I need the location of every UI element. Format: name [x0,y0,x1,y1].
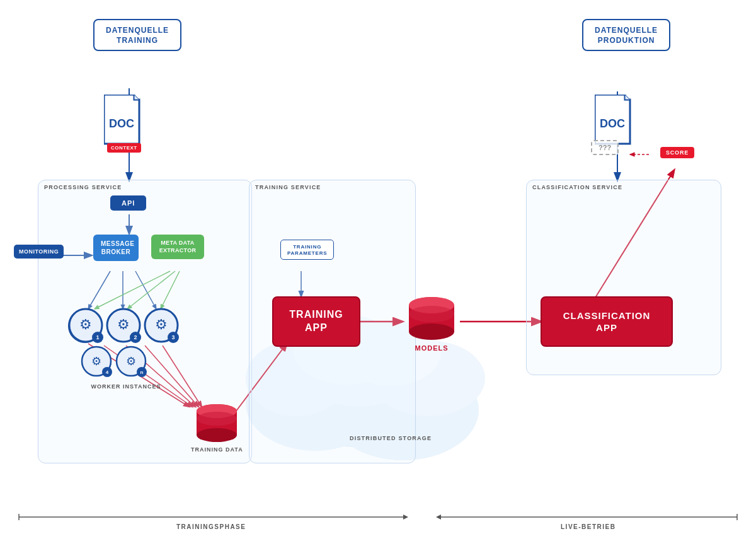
distributed-storage-label: DISTRIBUTED STORAGE [350,435,432,441]
svg-text:⚙: ⚙ [117,317,130,332]
worker-instances-label: WORKER INSTANCES [69,383,183,390]
score-badge: SCORE [660,147,694,158]
processing-service-label: PROCESSING SERVICE [44,184,122,190]
svg-text:DOC: DOC [109,117,134,130]
svg-point-51 [197,428,237,442]
classification-app-box: CLASSIFICATION APP [541,296,673,347]
svg-marker-60 [625,95,630,100]
worker-circle-4: ⚙ 4 [81,346,112,377]
message-broker-box: MESSAGE BROKER [93,235,139,261]
training-app-box: TRAINING APP [272,296,360,347]
worker-circle-3: ⚙ 3 [144,308,179,343]
worker-circle-1: ⚙ 1 [68,308,103,343]
training-service-label: TRAINING SERVICE [255,184,321,190]
svg-text:⚙: ⚙ [79,317,92,332]
svg-marker-37 [134,95,139,100]
svg-text:⚙: ⚙ [91,355,101,368]
api-box: API [110,195,146,211]
classification-service-label: CLASSIFICATION SERVICE [532,184,622,190]
svg-text:DOC: DOC [600,117,625,130]
svg-point-56 [409,323,454,340]
svg-marker-32 [403,515,408,520]
livebetrieb-label: LIVE-BETRIEB [561,523,616,530]
meta-data-extractor-box: META DATA EXTRACTOR [151,235,204,259]
trainingsphase-label: TRAININGSPHASE [176,523,246,530]
svg-point-58 [409,306,454,322]
models-db: MODELS [406,296,457,352]
question-marks-box: ??? [591,140,619,155]
worker-circle-2: ⚙ 2 [106,308,141,343]
svg-text:⚙: ⚙ [126,355,136,368]
monitoring-box: MONITORING [14,245,64,259]
doc-icon-training: DOC CONTEXT [104,95,145,148]
datenquelle-training-label: DATENQUELLE TRAINING [93,19,181,51]
training-data-db: TRAINING DATA [191,404,243,453]
worker-circle-n: ⚙ n [115,346,147,377]
svg-marker-35 [436,515,441,520]
diagram-container: DATENQUELLE TRAINING DOC CONTEXT PROCESS… [0,0,756,541]
context-badge: CONTEXT [107,143,141,153]
svg-text:⚙: ⚙ [155,317,168,332]
datenquelle-produktion-label: DATENQUELLE PRODUKTION [582,19,670,51]
svg-point-53 [197,412,237,426]
training-parameters-box: TRAINING PARAMETERS [280,240,334,260]
